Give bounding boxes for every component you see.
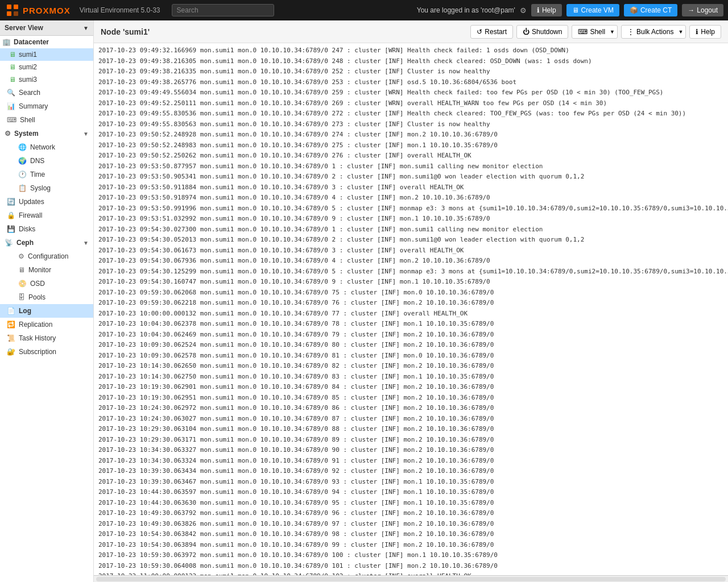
search-input[interactable] bbox=[172, 4, 274, 16]
log-line: 2017-10-23 09:53:50.918974 mon.sumi1 mon… bbox=[94, 193, 728, 203]
log-line: 2017-10-23 09:50:52.250262 mon.sumi1 mon… bbox=[94, 151, 728, 161]
log-line: 2017-10-23 09:53:50.991996 mon.sumi1 mon… bbox=[94, 203, 728, 214]
nav-firewall[interactable]: 🔒 Firewall bbox=[0, 209, 93, 222]
server-view-header: Server View ▼ bbox=[0, 20, 93, 36]
nav-disks[interactable]: 💾 Disks bbox=[0, 222, 93, 236]
power-icon: ⏻ bbox=[523, 28, 530, 36]
log-line: 2017-10-23 09:49:55.830536 mon.sumi1 mon… bbox=[94, 109, 728, 119]
log-line: 2017-10-23 11:00:00.000123 mon.sumi1 mon… bbox=[94, 571, 728, 575]
shell-dropdown-arrow: ▼ bbox=[610, 29, 615, 35]
log-line: 2017-10-23 09:53:50.905341 mon.sumi1 mon… bbox=[94, 172, 728, 182]
log-line: 2017-10-23 10:14:30.062650 mon.sumi1 mon… bbox=[94, 361, 728, 372]
node-label-2: sumi2 bbox=[19, 63, 37, 71]
nav-log[interactable]: 📄 Log bbox=[0, 304, 93, 318]
log-line: 2017-10-23 09:50:52.248928 mon.sumi1 mon… bbox=[94, 130, 728, 140]
log-line: 2017-10-23 09:49:49.556034 mon.sumi1 mon… bbox=[94, 88, 728, 98]
gear-icon[interactable]: ⚙ bbox=[520, 6, 527, 15]
help-icon: ℹ bbox=[537, 6, 540, 14]
shell-button[interactable]: ⌨ Shell ▼ bbox=[572, 25, 618, 39]
log-line: 2017-10-23 09:53:51.032992 mon.sumi1 mon… bbox=[94, 214, 728, 225]
nav-time[interactable]: 🕐 Time bbox=[0, 168, 93, 181]
create-ct-button[interactable]: 📦 Create CT bbox=[624, 4, 677, 16]
log-line: 2017-10-23 10:39:30.063434 mon.sumi1 mon… bbox=[94, 466, 728, 477]
nav-ceph[interactable]: 📡 Ceph ▼ bbox=[0, 236, 93, 250]
dns-icon: 🌍 bbox=[18, 157, 27, 165]
log-line: 2017-10-23 10:14:30.062750 mon.sumi1 mon… bbox=[94, 372, 728, 383]
terminal-icon: ⌨ bbox=[7, 116, 16, 124]
system-icon: ⚙ bbox=[5, 130, 11, 138]
log-line: 2017-10-23 09:53:50.877957 mon.sumi1 mon… bbox=[94, 161, 728, 172]
ceph-icon: 📡 bbox=[5, 239, 13, 247]
log-line: 2017-10-23 10:34:30.063327 mon.sumi1 mon… bbox=[94, 445, 728, 456]
chevron-down-icon[interactable]: ▼ bbox=[83, 25, 89, 31]
nav-shell[interactable]: ⌨ Shell bbox=[0, 113, 93, 127]
datacenter-item[interactable]: 🏢 Datacenter bbox=[0, 36, 93, 48]
nav-osd[interactable]: 📀 OSD bbox=[0, 277, 93, 290]
content-help-button[interactable]: ℹ Help bbox=[689, 25, 721, 39]
log-line: 2017-10-23 09:59:30.062218 mon.sumi1 mon… bbox=[94, 298, 728, 309]
datacenter-icon: 🏢 bbox=[2, 38, 11, 46]
log-area[interactable]: 2017-10-23 09:49:32.166969 mon.sumi1 mon… bbox=[94, 43, 728, 575]
nav-updates[interactable]: 🔄 Updates bbox=[0, 195, 93, 209]
svg-rect-0 bbox=[7, 5, 11, 9]
log-line: 2017-10-23 09:49:38.216335 mon.sumi1 mon… bbox=[94, 66, 728, 77]
help-button[interactable]: ℹ Help bbox=[531, 4, 562, 16]
nav-search[interactable]: 🔍 Search bbox=[0, 86, 93, 99]
logout-button[interactable]: → Logout bbox=[682, 4, 723, 16]
create-vm-button[interactable]: 🖥 Create VM bbox=[566, 4, 619, 16]
log-line: 2017-10-23 10:00:00.000132 mon.sumi1 mon… bbox=[94, 309, 728, 319]
svg-rect-1 bbox=[14, 5, 18, 9]
nav-network[interactable]: 🌐 Network bbox=[0, 140, 93, 154]
bulk-actions-button[interactable]: ⋮ Bulk Actions ▼ bbox=[621, 25, 686, 39]
svg-rect-2 bbox=[7, 11, 11, 16]
firewall-icon: 🔒 bbox=[7, 211, 15, 219]
svg-rect-3 bbox=[14, 11, 18, 16]
server-icon-3: 🖥 bbox=[9, 76, 16, 84]
server-view-label: Server View bbox=[5, 24, 43, 32]
log-line: 2017-10-23 09:49:55.830563 mon.sumi1 mon… bbox=[94, 119, 728, 130]
log-line: 2017-10-23 09:50:52.248983 mon.sumi1 mon… bbox=[94, 140, 728, 151]
log-line: 2017-10-23 10:19:30.062951 mon.sumi1 mon… bbox=[94, 393, 728, 404]
log-line: 2017-10-23 10:44:30.063630 mon.sumi1 mon… bbox=[94, 498, 728, 509]
nav-monitor[interactable]: 🖥 Monitor bbox=[0, 263, 93, 277]
log-line: 2017-10-23 10:34:30.063324 mon.sumi1 mon… bbox=[94, 456, 728, 467]
nav-system[interactable]: ⚙ System ▼ bbox=[0, 127, 93, 140]
log-line: 2017-10-23 10:59:30.064008 mon.sumi1 mon… bbox=[94, 561, 728, 572]
log-line: 2017-10-23 10:49:30.063826 mon.sumi1 mon… bbox=[94, 519, 728, 530]
nav-replication[interactable]: 🔁 Replication bbox=[0, 318, 93, 331]
help-btn-icon: ℹ bbox=[696, 28, 698, 36]
search-icon: 🔍 bbox=[7, 89, 15, 97]
nav-task-history[interactable]: 📜 Task History bbox=[0, 331, 93, 345]
log-line: 2017-10-23 09:49:52.250111 mon.sumi1 mon… bbox=[94, 98, 728, 109]
nav-pools[interactable]: 🗄 Pools bbox=[0, 290, 93, 304]
horizontal-scrollbar[interactable] bbox=[94, 575, 728, 582]
monitor-nav-icon: 🖥 bbox=[18, 266, 25, 274]
shutdown-button[interactable]: ⏻ Shutdown bbox=[516, 25, 568, 39]
restart-icon: ↺ bbox=[477, 28, 482, 36]
restart-button[interactable]: ↺ Restart bbox=[470, 25, 513, 39]
osd-icon: 📀 bbox=[18, 280, 27, 288]
nav-syslog[interactable]: 📋 Syslog bbox=[0, 181, 93, 195]
nav-summary[interactable]: 📊 Summary bbox=[0, 99, 93, 113]
log-line: 2017-10-23 10:39:30.063467 mon.sumi1 mon… bbox=[94, 477, 728, 488]
summary-icon: 📊 bbox=[7, 102, 15, 110]
node-label: sumi1 bbox=[19, 51, 37, 59]
log-line: 2017-10-23 09:49:38.265776 mon.sumi1 mon… bbox=[94, 77, 728, 88]
log-line: 2017-10-23 10:19:30.062901 mon.sumi1 mon… bbox=[94, 382, 728, 393]
log-line: 2017-10-23 09:49:32.166969 mon.sumi1 mon… bbox=[94, 45, 728, 56]
log-line: 2017-10-23 10:09:30.062524 mon.sumi1 mon… bbox=[94, 340, 728, 351]
nav-configuration[interactable]: ⚙ Configuration bbox=[0, 250, 93, 263]
menu-icon: ⋮ bbox=[627, 28, 634, 36]
log-line: 2017-10-23 10:04:30.062469 mon.sumi1 mon… bbox=[94, 330, 728, 340]
node-sumi3[interactable]: 🖥 sumi3 bbox=[0, 73, 93, 86]
nav-dns[interactable]: 🌍 DNS bbox=[0, 154, 93, 168]
disk-icon: 💾 bbox=[7, 225, 15, 233]
logged-in-text: You are logged in as 'root@pam' bbox=[417, 6, 515, 14]
log-line: 2017-10-23 10:54:30.063894 mon.sumi1 mon… bbox=[94, 540, 728, 551]
log-line: 2017-10-23 10:49:30.063792 mon.sumi1 mon… bbox=[94, 508, 728, 519]
logo: PROXMOX bbox=[5, 2, 71, 18]
node-sumi2[interactable]: 🖥 sumi2 bbox=[0, 61, 93, 73]
node-sumi1[interactable]: 🖥 sumi1 bbox=[0, 48, 93, 61]
nav-subscription[interactable]: 🔐 Subscription bbox=[0, 345, 93, 359]
syslog-icon: 📋 bbox=[18, 184, 27, 192]
